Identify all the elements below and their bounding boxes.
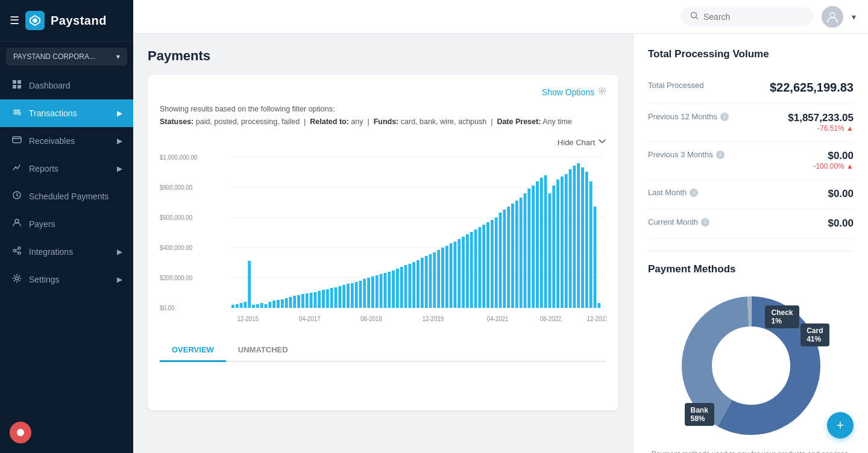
svg-rect-98 — [520, 198, 523, 308]
svg-rect-30 — [240, 303, 243, 308]
metric-change: -76.51% ▲ — [788, 124, 854, 133]
metric-value: $0.00 — [828, 188, 854, 200]
svg-rect-74 — [421, 258, 424, 308]
svg-rect-63 — [376, 275, 379, 308]
integrations-arrow-icon: ▶ — [117, 248, 122, 256]
svg-rect-86 — [470, 232, 473, 308]
info-icon[interactable]: i — [716, 151, 725, 159]
info-icon[interactable]: i — [720, 113, 729, 121]
svg-point-12 — [16, 277, 19, 280]
sidebar-item-integrations[interactable]: Integrations ▶ — [0, 238, 133, 266]
svg-rect-96 — [511, 204, 514, 308]
logo-text: Paystand — [51, 14, 107, 28]
donut-chart-container: Bank58% Card41% Check1% — [673, 287, 829, 444]
show-options-label: Show Options — [542, 87, 594, 97]
info-icon[interactable]: i — [701, 218, 709, 226]
info-icon[interactable]: i — [690, 189, 698, 197]
sidebar-item-payers[interactable]: Payers — [0, 210, 133, 238]
integrations-icon — [11, 246, 23, 258]
sidebar-item-dashboard[interactable]: Dashboard — [0, 72, 133, 99]
svg-text:08-2018: 08-2018 — [360, 315, 382, 322]
gear-icon — [598, 87, 606, 97]
filter-statuses-value: paid, posted, processing, failed — [196, 117, 300, 126]
svg-rect-117 — [597, 303, 600, 308]
svg-rect-73 — [417, 260, 420, 308]
filter-funds-value: card, bank, wire, achpush — [401, 117, 486, 126]
bar-chart: $1,000,000.00 $800,000.00 $600,000.00 $4… — [160, 152, 606, 333]
metric-value: $22,625,199.83 — [770, 81, 854, 95]
svg-rect-82 — [454, 242, 457, 308]
svg-rect-112 — [577, 163, 580, 308]
svg-rect-31 — [244, 302, 247, 308]
svg-rect-39 — [277, 300, 280, 308]
search-input[interactable] — [703, 12, 804, 22]
tab-overview[interactable]: OVERVIEW — [160, 339, 226, 362]
svg-text:$800,000.00: $800,000.00 — [160, 184, 193, 190]
metric-amount: $1,857,233.05 — [788, 112, 854, 124]
metric-current-month: Current Month i $0.00 — [648, 209, 854, 239]
svg-rect-60 — [363, 279, 366, 308]
transactions-arrow-icon: ▶ — [117, 109, 122, 117]
svg-rect-48 — [313, 292, 316, 308]
settings-arrow-icon: ▶ — [117, 275, 122, 284]
tabs-row: OVERVIEW UNMATCHED — [160, 339, 606, 362]
svg-rect-37 — [268, 302, 271, 308]
sidebar-nav: Dashboard Transactions ▶ Receivables ▶ R… — [0, 72, 133, 293]
record-button[interactable] — [10, 422, 31, 443]
sidebar-item-scheduled-payments[interactable]: Scheduled Payments — [0, 183, 133, 210]
user-chevron-icon[interactable]: ▾ — [852, 12, 856, 22]
payment-note: Payment methods used to pay for your pro… — [648, 450, 854, 453]
metric-prev-12: Previous 12 Months i $1,857,233.05 -76.5… — [648, 104, 854, 142]
svg-rect-113 — [581, 167, 584, 308]
filter-date-label: Date Preset: — [497, 117, 541, 126]
metric-label: Total Processed — [648, 81, 704, 90]
methods-title: Payment Methods — [648, 263, 854, 275]
sidebar-item-transactions[interactable]: Transactions ▶ — [0, 99, 133, 127]
svg-rect-85 — [466, 234, 469, 308]
sidebar-item-settings[interactable]: Settings ▶ — [0, 266, 133, 293]
record-dot-icon — [17, 429, 24, 436]
svg-rect-47 — [310, 293, 313, 308]
company-selector[interactable]: PAYSTAND CORPORA... ▾ — [6, 48, 127, 66]
fab-button[interactable]: + — [827, 412, 854, 439]
center-panel: Payments Show Options Showing results ba… — [133, 34, 633, 453]
svg-rect-52 — [330, 288, 333, 308]
hamburger-icon[interactable]: ☰ — [10, 14, 19, 27]
hide-chart-button[interactable]: Hide Chart — [558, 137, 606, 148]
search-icon — [690, 11, 699, 22]
svg-rect-50 — [322, 290, 325, 308]
svg-rect-100 — [527, 189, 530, 308]
search-box[interactable] — [681, 7, 813, 26]
svg-rect-49 — [318, 291, 321, 308]
svg-rect-111 — [573, 166, 576, 308]
metric-amount: $0.00 — [828, 217, 854, 230]
user-avatar[interactable] — [822, 6, 843, 28]
tooltip-check: Check1% — [765, 305, 799, 328]
sidebar-item-receivables[interactable]: Receivables ▶ — [0, 127, 133, 155]
reports-icon — [11, 163, 23, 175]
svg-rect-104 — [544, 175, 547, 308]
svg-text:04-2017: 04-2017 — [299, 315, 321, 322]
tab-unmatched[interactable]: UNMATCHED — [226, 339, 300, 362]
svg-text:12-2019: 12-2019 — [423, 315, 444, 322]
sidebar-item-reports[interactable]: Reports ▶ — [0, 155, 133, 183]
metric-label: Previous 3 Months i — [648, 150, 725, 159]
page-title: Payments — [148, 48, 618, 64]
svg-rect-28 — [231, 305, 234, 308]
filter-info: Showing results based on the following f… — [160, 103, 606, 129]
sidebar-header: ☰ Paystand — [0, 0, 133, 42]
svg-rect-38 — [272, 301, 275, 308]
svg-rect-102 — [536, 181, 539, 308]
hide-chart-label: Hide Chart — [558, 138, 595, 147]
svg-rect-35 — [260, 303, 263, 308]
show-options-button[interactable]: Show Options — [542, 87, 606, 97]
metric-value: $1,857,233.05 -76.51% ▲ — [788, 112, 854, 133]
metric-label: Previous 12 Months i — [648, 112, 729, 121]
overview-content — [160, 362, 606, 398]
volume-title: Total Processing Volume — [648, 48, 854, 60]
metric-label: Current Month i — [648, 217, 709, 226]
svg-rect-90 — [486, 222, 489, 308]
svg-rect-72 — [412, 262, 415, 308]
svg-rect-77 — [433, 252, 436, 308]
transactions-icon — [11, 107, 23, 119]
